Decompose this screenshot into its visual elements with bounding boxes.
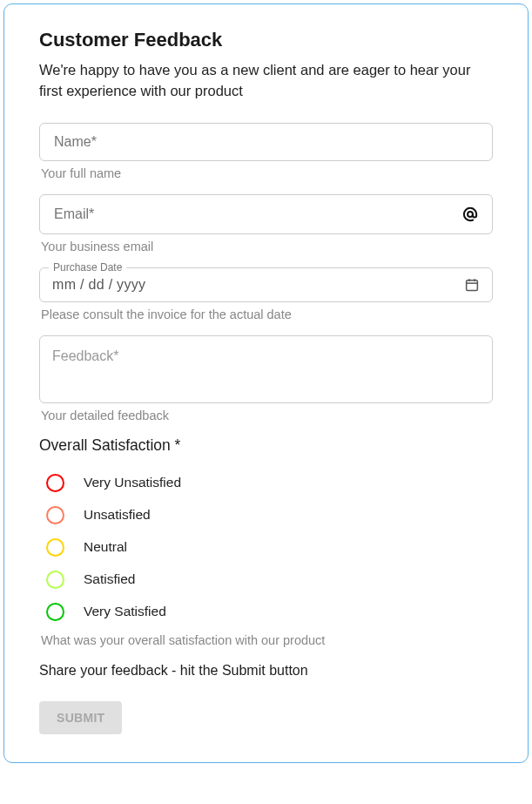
satisfaction-option[interactable]: Very Unsatisfied xyxy=(39,467,493,499)
radio-icon[interactable] xyxy=(46,603,64,621)
name-field: Your full name xyxy=(39,123,493,180)
radio-icon[interactable] xyxy=(46,474,64,492)
radio-icon[interactable] xyxy=(46,538,64,557)
share-line: Share your feedback - hit the Submit but… xyxy=(39,663,493,679)
name-input[interactable] xyxy=(52,133,480,151)
feedback-input[interactable]: Feedback* xyxy=(39,335,493,403)
purchase-date-label: Purchase Date xyxy=(49,261,126,274)
name-hint: Your full name xyxy=(41,166,493,180)
satisfaction-group: Very UnsatisfiedUnsatisfiedNeutralSatisf… xyxy=(39,467,493,628)
satisfaction-option[interactable]: Satisfied xyxy=(39,564,493,596)
purchase-date-field: Purchase Date mm / dd / yyyy Please cons… xyxy=(39,267,493,321)
feedback-hint: Your detailed feedback xyxy=(41,409,493,422)
radio-icon[interactable] xyxy=(46,571,64,589)
svg-rect-1 xyxy=(467,280,478,291)
at-icon xyxy=(461,205,480,224)
satisfaction-option[interactable]: Very Satisfied xyxy=(39,596,493,628)
page-title: Customer Feedback xyxy=(39,29,493,51)
email-field: Your business email xyxy=(39,194,493,253)
submit-button[interactable]: SUBMIT xyxy=(39,701,122,734)
radio-label: Unsatisfied xyxy=(84,507,151,523)
email-hint: Your business email xyxy=(41,240,493,253)
feedback-field: Feedback* Your detailed feedback xyxy=(39,335,493,422)
purchase-date-hint: Please consult the invoice for the actua… xyxy=(41,307,493,321)
feedback-placeholder: Feedback* xyxy=(52,348,119,363)
radio-label: Satisfied xyxy=(84,571,135,587)
radio-label: Very Unsatisfied xyxy=(84,475,181,490)
radio-label: Neutral xyxy=(84,539,127,555)
email-input[interactable] xyxy=(52,206,461,223)
purchase-date-input[interactable]: mm / dd / yyyy xyxy=(52,277,145,293)
radio-icon[interactable] xyxy=(46,506,64,524)
calendar-icon[interactable] xyxy=(464,277,480,293)
email-input-wrap[interactable] xyxy=(39,194,493,234)
page-subtitle: We're happy to have you as a new client … xyxy=(39,60,493,102)
name-input-wrap[interactable] xyxy=(39,123,493,161)
radio-label: Very Satisfied xyxy=(84,604,166,619)
purchase-date-input-wrap[interactable]: Purchase Date mm / dd / yyyy xyxy=(39,267,493,302)
satisfaction-label: Overall Satisfaction * xyxy=(39,436,493,455)
feedback-card: Customer Feedback We're happy to have yo… xyxy=(3,3,529,763)
satisfaction-hint: What was your overall satisfaction with … xyxy=(41,633,493,647)
satisfaction-option[interactable]: Unsatisfied xyxy=(39,499,493,531)
satisfaction-option[interactable]: Neutral xyxy=(39,531,493,564)
